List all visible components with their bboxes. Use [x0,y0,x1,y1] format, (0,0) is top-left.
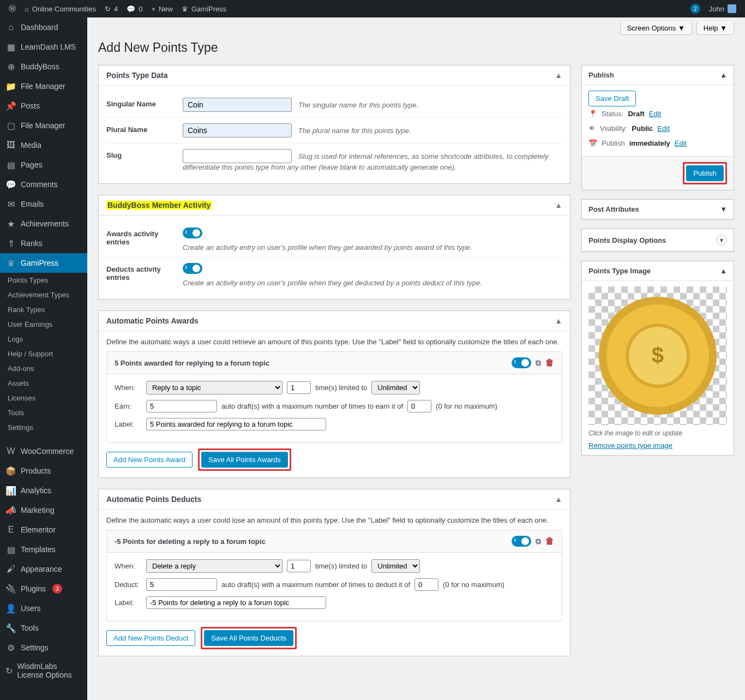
times-input[interactable] [287,560,311,572]
award-enable-toggle[interactable]: I [512,357,531,368]
sidebar-item-media[interactable]: 🖼Media [0,135,87,155]
sidebar-item-file-manager[interactable]: 📁File Manager [0,76,87,96]
menu-icon: ⇑ [5,238,16,249]
display-options-panel: Points Display Options▼ [581,229,734,252]
screen-options-btn[interactable]: Screen Options ▼ [620,22,692,35]
earn-input[interactable] [146,400,217,412]
sidebar-item-emails[interactable]: ✉Emails [0,194,87,214]
notifications[interactable]: 2 [686,0,705,17]
wp-logo[interactable]: ⓦ [4,0,20,17]
label-input[interactable] [146,596,326,609]
times-input[interactable] [287,381,311,394]
panel-header[interactable]: Points Display Options▼ [582,229,734,252]
limit-select[interactable]: Unlimited [371,559,420,573]
sidebar-item-pages[interactable]: ▤Pages [0,155,87,175]
when-select[interactable]: Reply to a topic [146,381,283,394]
panel-header[interactable]: Automatic Points Awards ▲ [99,311,570,331]
collapse-icon[interactable]: ▲ [720,267,727,275]
updates-link[interactable]: ↻4 [100,0,122,17]
sidebar-sub-points-types[interactable]: Points Types [0,273,87,288]
deduct-input[interactable] [146,578,217,591]
deducts-activity-toggle[interactable]: I [183,263,202,274]
sidebar-item-woocommerce[interactable]: WWooCommerce [0,441,87,461]
trash-icon[interactable]: 🗑 [545,536,554,546]
sidebar-sub-add-ons[interactable]: Add-ons [0,361,87,376]
copy-icon[interactable]: ⧉ [536,537,541,546]
panel-header[interactable]: Points Type Data ▲ [99,65,570,86]
sidebar-item-appearance[interactable]: 🖌Appearance [0,559,87,579]
publish-button[interactable]: Publish [686,165,724,181]
save-draft-button[interactable]: Save Draft [588,91,636,106]
deduct-max-input[interactable] [414,578,438,591]
add-deduct-button[interactable]: Add New Points Deduct [106,630,195,646]
deduct-enable-toggle[interactable]: I [512,536,531,547]
sidebar-item-comments[interactable]: 💬Comments [0,175,87,194]
panel-header[interactable]: Post Attributes▼ [582,200,734,219]
sidebar-item-dashboard[interactable]: ⌂Dashboard [0,17,87,37]
edit-visibility-link[interactable]: Edit [657,124,669,133]
sidebar-item-plugins[interactable]: 🔌Plugins3 [0,579,87,599]
sidebar-item-users[interactable]: 👤Users [0,599,87,618]
collapse-icon[interactable]: ▲ [555,495,562,504]
sidebar-item-posts[interactable]: 📌Posts [0,96,87,116]
collapse-icon[interactable]: ▲ [555,71,562,80]
sidebar-item-marketing[interactable]: 📣Marketing [0,500,87,520]
points-image[interactable]: $ [588,286,727,425]
sidebar-item-gamipress[interactable]: ♛GamiPress [0,253,87,273]
sidebar-sub-tools[interactable]: Tools [0,405,87,420]
gamipress-link[interactable]: ♛GamiPress [177,0,231,17]
edit-status-link[interactable]: Edit [649,110,661,118]
remove-image-link[interactable]: Remove points type image [588,441,672,450]
sidebar-item-achievements[interactable]: ★Achievements [0,214,87,234]
new-content-link[interactable]: +New [147,0,177,17]
sidebar-item-ranks[interactable]: ⇑Ranks [0,234,87,253]
label-input[interactable] [146,418,326,430]
sidebar-sub-settings[interactable]: Settings [0,420,87,435]
sidebar-sub-logs[interactable]: Logs [0,332,87,346]
panel-header[interactable]: Publish▲ [582,65,734,85]
save-deducts-button[interactable]: Save All Points Deducts [204,630,293,646]
plural-name-input[interactable] [183,123,292,137]
singular-name-input[interactable] [183,98,292,112]
sidebar-item-buddyboss[interactable]: ⊕BuddyBoss [0,57,87,76]
sidebar-item-products[interactable]: 📦Products [0,461,87,481]
slug-input[interactable] [183,149,292,163]
sidebar-sub-assets[interactable]: Assets [0,376,87,391]
sidebar-item-wisdmlabs-license-options[interactable]: ↻WisdmLabs License Options [0,657,87,684]
sidebar-sub-licenses[interactable]: Licenses [0,391,87,405]
sidebar-sub-achievement-types[interactable]: Achievement Types [0,288,87,302]
sidebar-item-templates[interactable]: ▤Templates [0,540,87,559]
limit-select[interactable]: Unlimited [371,381,420,394]
collapse-icon[interactable]: ▲ [720,71,727,79]
sidebar-item-file-manager[interactable]: ▢File Manager [0,116,87,135]
expand-icon[interactable]: ▼ [716,235,727,246]
user-menu[interactable]: John [705,0,741,17]
sidebar-item-analytics[interactable]: 📊Analytics [0,481,87,500]
menu-icon: E [5,524,16,535]
sidebar-item-elementor[interactable]: EElementor [0,520,87,540]
collapse-icon[interactable]: ▲ [555,316,562,325]
help-btn[interactable]: Help ▼ [696,22,734,35]
comments-link[interactable]: 💬0 [122,0,147,17]
expand-icon[interactable]: ▼ [720,205,727,213]
panel-header[interactable]: Points Type Image▲ [582,261,734,281]
sidebar-item-settings[interactable]: ⚙Settings [0,638,87,657]
awards-activity-toggle[interactable]: I [183,228,202,238]
panel-header[interactable]: BuddyBoss Member Activity ▲ [99,195,570,216]
sidebar-item-tools[interactable]: 🔧Tools [0,618,87,638]
earn-max-input[interactable] [407,400,431,412]
trash-icon[interactable]: 🗑 [545,358,554,368]
menu-icon: ⚙ [5,642,16,653]
copy-icon[interactable]: ⧉ [536,358,541,368]
sidebar-sub-help-support[interactable]: Help / Support [0,346,87,361]
collapse-icon[interactable]: ▲ [555,201,562,210]
edit-date-link[interactable]: Edit [675,139,687,147]
sidebar-sub-user-earnings[interactable]: User Earnings [0,317,87,332]
sidebar-sub-rank-types[interactable]: Rank Types [0,302,87,317]
panel-header[interactable]: Automatic Points Deducts ▲ [99,489,570,510]
site-link[interactable]: ⌂Online Communities [20,0,100,17]
save-awards-button[interactable]: Save All Points Awards [201,452,288,468]
add-award-button[interactable]: Add New Points Award [106,452,193,468]
sidebar-item-learndash-lms[interactable]: ▦LearnDash LMS [0,37,87,57]
when-select[interactable]: Delete a reply [146,559,283,573]
